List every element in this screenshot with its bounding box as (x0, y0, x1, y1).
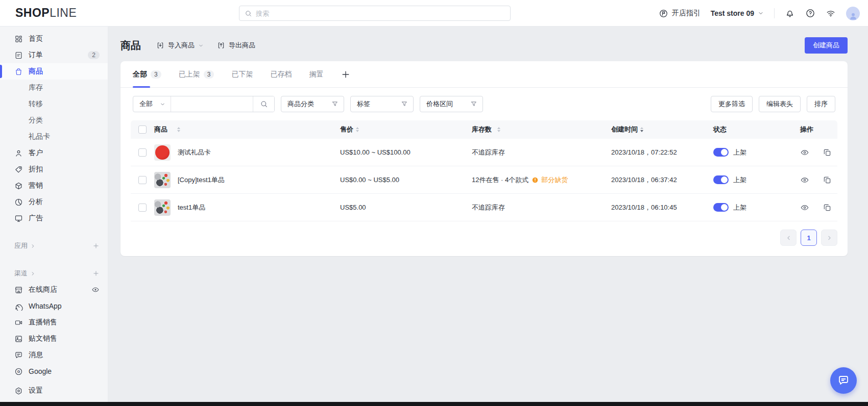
sidebar-item-orders[interactable]: 订单 2 (0, 47, 108, 63)
download-icon (156, 41, 164, 49)
sidebar-item-marketing[interactable]: 营销 (0, 177, 108, 194)
user-avatar[interactable] (846, 7, 860, 20)
sidebar-item-inventory[interactable]: 库存 (0, 80, 108, 96)
duplicate-copy-icon[interactable] (823, 175, 832, 185)
sidebar-item-analytics[interactable]: 分析 (0, 194, 108, 210)
search-scope-value: 全部 (139, 99, 153, 109)
stock-warning: 部分缺货 (532, 175, 568, 185)
status-toggle[interactable] (713, 203, 729, 212)
screen-bottom-strip (0, 402, 868, 406)
tab-archived[interactable]: 已存档 (270, 61, 292, 87)
store-guide-button[interactable]: 开店指引 (659, 9, 701, 18)
orders-icon (14, 51, 23, 60)
product-search-group: 全部 (133, 96, 275, 112)
import-products-button[interactable]: 导入商品 (156, 41, 204, 50)
table-row: [Copy]test1单品 US$0.00 ~ US$5.00 12件在售 · … (131, 166, 837, 194)
sidebar-item-home[interactable]: 首页 (0, 31, 108, 47)
tab-unpublished[interactable]: 已下架 (231, 61, 253, 87)
row-checkbox[interactable] (138, 204, 147, 212)
tab-all[interactable]: 全部 3 (133, 61, 161, 87)
sidebar-item-products[interactable]: 商品 (0, 63, 108, 80)
import-products-label: 导入商品 (168, 41, 195, 50)
sidebar-item-ads[interactable]: 广告 (0, 210, 108, 226)
sidebar-item-giftcards[interactable]: 礼品卡 (0, 129, 108, 145)
sort-created-icon[interactable] (640, 127, 643, 132)
sidebar-item-online-store[interactable]: 在线商店 (0, 282, 108, 298)
sidebar-item-settings[interactable]: 设置 (0, 383, 108, 399)
sidebar-section-apps[interactable]: 应用 (0, 238, 108, 254)
main-content: 商品 导入商品 导出商品 创建商品 全部 3 (108, 27, 868, 406)
sidebar-item-live-selling[interactable]: 直播销售 (0, 314, 108, 331)
sidebar-item-customers[interactable]: 客户 (0, 145, 108, 161)
next-page-button[interactable] (821, 230, 837, 246)
store-switcher[interactable]: Test store 09 (711, 9, 764, 17)
global-search[interactable] (239, 6, 511, 21)
cell-price: US$0.00 ~ US$5.00 (340, 176, 472, 184)
sidebar-item-label: WhatsApp (29, 302, 62, 310)
network-status-icon[interactable] (826, 8, 836, 18)
tab-shelved[interactable]: 搁置 (309, 61, 323, 87)
add-app-plus-icon[interactable] (92, 242, 100, 249)
prev-page-button[interactable] (780, 230, 797, 246)
sidebar-item-transfer[interactable]: 转移 (0, 96, 108, 112)
sidebar-item-label: 商品 (29, 67, 43, 76)
sidebar-item-label: 广告 (29, 214, 43, 223)
product-name[interactable]: [Copy]test1单品 (178, 175, 225, 185)
preview-eye-icon[interactable] (800, 148, 809, 157)
row-checkbox[interactable] (138, 176, 147, 184)
status-toggle[interactable] (713, 148, 729, 157)
sidebar-item-discounts[interactable]: 折扣 (0, 161, 108, 177)
preview-eye-icon[interactable] (800, 175, 809, 185)
filter-tags[interactable]: 标签 (350, 96, 414, 112)
notifications-bell-icon[interactable] (785, 8, 795, 18)
sort-button[interactable]: 排序 (807, 96, 835, 112)
sidebar-item-google[interactable]: Google (0, 363, 108, 379)
sidebar-item-post-selling[interactable]: 贴文销售 (0, 331, 108, 347)
sort-product-icon[interactable] (177, 127, 180, 132)
duplicate-copy-icon[interactable] (823, 148, 832, 157)
row-checkbox[interactable] (138, 148, 147, 157)
support-chat-button[interactable] (830, 367, 857, 394)
sort-stock-icon[interactable] (497, 127, 500, 132)
add-channel-plus-icon[interactable] (92, 270, 100, 277)
sidebar-item-whatsapp[interactable]: WhatsApp (0, 298, 108, 314)
product-search-input[interactable] (171, 96, 253, 112)
sidebar-section-channels[interactable]: 渠道 (0, 265, 108, 282)
status-label: 上架 (733, 203, 746, 212)
more-filters-button[interactable]: 更多筛选 (711, 96, 753, 112)
sidebar-item-categories[interactable]: 分类 (0, 112, 108, 129)
search-scope-select[interactable]: 全部 (133, 96, 171, 112)
page-number-button[interactable]: 1 (801, 230, 817, 246)
edit-columns-button[interactable]: 编辑表头 (759, 96, 801, 112)
shopline-logo[interactable]: SHOPLINE (15, 6, 77, 20)
status-toggle[interactable] (713, 175, 729, 184)
filter-category[interactable]: 商品分类 (281, 96, 344, 112)
tab-published[interactable]: 已上架 3 (179, 61, 214, 87)
help-icon[interactable] (805, 8, 815, 18)
tab-count-badge: 3 (204, 70, 214, 79)
export-products-button[interactable]: 导出商品 (217, 41, 255, 50)
col-stock-label: 库存数 (472, 125, 492, 134)
pagination: 1 (120, 221, 848, 256)
sidebar-item-label: 消息 (29, 350, 43, 360)
add-tab-plus-icon[interactable] (341, 69, 351, 80)
sidebar-item-label: Google (29, 367, 52, 375)
search-submit-button[interactable] (253, 96, 274, 112)
cell-created: 2023/10/18，07:22:52 (611, 148, 713, 157)
preview-eye-icon[interactable] (91, 286, 100, 294)
global-search-input[interactable] (256, 10, 505, 17)
preview-eye-icon[interactable] (800, 203, 809, 212)
sort-price-icon[interactable] (356, 127, 359, 132)
sidebar-item-messages[interactable]: 消息 (0, 347, 108, 363)
filter-label: 标签 (357, 99, 370, 109)
flag-icon (659, 9, 668, 18)
select-all-checkbox[interactable] (138, 125, 147, 134)
duplicate-copy-icon[interactable] (823, 203, 832, 212)
create-product-button[interactable]: 创建商品 (805, 37, 848, 54)
products-card: 全部 3 已上架 3 已下架 已存档 搁置 全部 (120, 61, 848, 256)
product-name[interactable]: 测试礼品卡 (178, 148, 211, 157)
whatsapp-icon (14, 302, 23, 311)
product-name[interactable]: test1单品 (178, 203, 205, 212)
section-label: 应用 (14, 241, 28, 250)
filter-price-range[interactable]: 价格区间 (420, 96, 483, 112)
